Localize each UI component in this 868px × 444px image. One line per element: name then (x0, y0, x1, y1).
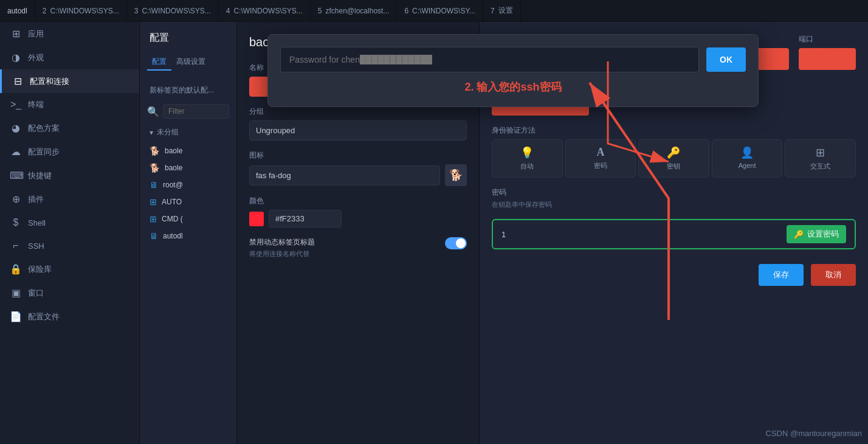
tab-label: 设置 (498, 5, 513, 16)
tab-label: C:\WINDOWS\SYS... (50, 7, 119, 15)
tab-num: 7 (491, 7, 495, 15)
tab-5[interactable]: 5 zfchen@localhost... (311, 0, 398, 22)
tab-label: C:\WINDOWS\SY... (412, 7, 475, 15)
tab-num: 4 (226, 7, 230, 15)
dialog-ok-button[interactable]: OK (706, 47, 746, 72)
tab-6[interactable]: 6 C:\WINDOWS\SY... (397, 0, 483, 22)
tab-3[interactable]: 3 C:\WINDOWS\SYS... (127, 0, 219, 22)
tab-num: 3 (134, 7, 139, 15)
tab-num: 2 (43, 7, 47, 15)
tab-label: C:\WINDOWS\SYS... (233, 7, 302, 15)
tab-bar: autodl 2 C:\WINDOWS\SYS... 3 C:\WINDOWS\… (0, 0, 868, 22)
tab-label: C:\WINDOWS\SYS... (142, 7, 210, 15)
dialog-input-row: OK (280, 47, 746, 72)
tab-num: 5 (318, 7, 322, 15)
tab-label: zfchen@localhost... (325, 7, 389, 15)
tab-7[interactable]: 7 设置 (483, 0, 521, 22)
dialog-instruction: 2. 输入您的ssh密码 (280, 80, 746, 94)
tab-4[interactable]: 4 C:\WINDOWS\SYS... (219, 0, 311, 22)
password-dialog-input[interactable] (280, 47, 699, 72)
tab-2[interactable]: 2 C:\WINDOWS\SYS... (35, 0, 127, 22)
tab-label: autodl (7, 7, 27, 15)
tab-autodl[interactable]: autodl (0, 0, 35, 22)
dialog-overlay: OK 2. 输入您的ssh密码 (0, 22, 868, 444)
password-dialog: OK 2. 输入您的ssh密码 (267, 34, 759, 107)
tab-num: 6 (404, 7, 408, 15)
